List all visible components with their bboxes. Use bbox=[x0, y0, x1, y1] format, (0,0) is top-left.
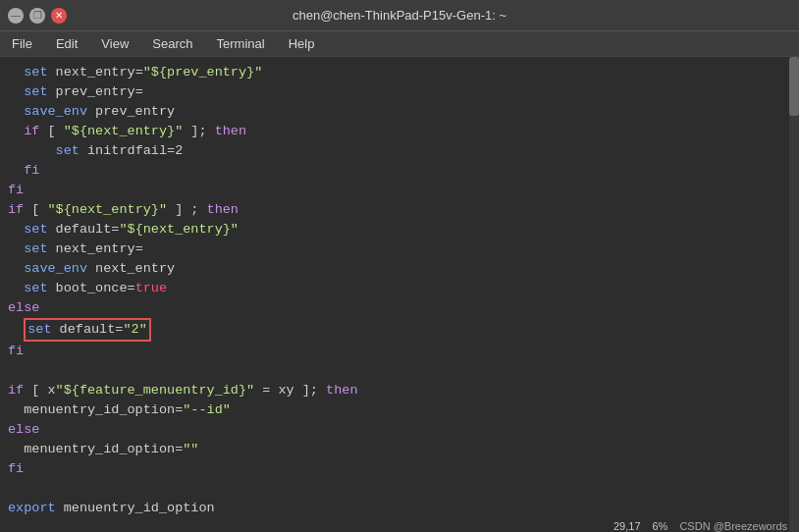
code-line-highlighted: set default="2" bbox=[8, 318, 779, 342]
close-button[interactable]: ✕ bbox=[51, 8, 67, 24]
code-line: else bbox=[8, 298, 779, 318]
menu-file[interactable]: File bbox=[8, 34, 36, 53]
code-line: set boot_once=true bbox=[8, 279, 779, 298]
menu-search[interactable]: Search bbox=[148, 34, 196, 53]
code-line: set initrdfail=2 bbox=[8, 141, 779, 161]
code-line: set default="${next_entry}" bbox=[8, 220, 779, 239]
code-line: if [ "${next_entry}" ]; then bbox=[8, 122, 779, 141]
code-line bbox=[8, 479, 779, 499]
scrollbar-thumb[interactable] bbox=[789, 57, 799, 116]
code-content: set next_entry="${prev_entry}" set prev_… bbox=[8, 63, 791, 518]
titlebar: — ❐ ✕ chen@chen-ThinkPad-P15v-Gen-1: ~ bbox=[0, 0, 799, 31]
minimize-button[interactable]: — bbox=[8, 8, 24, 24]
brand-label: CSDN @Breezewords bbox=[679, 520, 787, 532]
code-line: fi bbox=[8, 161, 779, 181]
maximize-button[interactable]: ❐ bbox=[29, 8, 45, 24]
code-line: set next_entry= bbox=[8, 239, 779, 259]
menu-edit[interactable]: Edit bbox=[52, 34, 81, 53]
menu-view[interactable]: View bbox=[97, 34, 133, 53]
menu-help[interactable]: Help bbox=[285, 34, 319, 53]
code-line: if [ x"${feature_menuentry_id}" = xy ]; … bbox=[8, 381, 779, 400]
code-line: if [ "${next_entry}" ] ; then bbox=[8, 200, 779, 220]
code-line bbox=[8, 361, 779, 381]
terminal-area: set next_entry="${prev_entry}" set prev_… bbox=[0, 57, 799, 532]
code-line: else bbox=[8, 420, 779, 440]
code-line: set prev_entry= bbox=[8, 82, 779, 102]
scrollbar[interactable] bbox=[789, 57, 799, 532]
highlighted-code: set default="2" bbox=[24, 318, 151, 342]
code-line: menuentry_id_option="--id" bbox=[8, 400, 779, 420]
menubar: File Edit View Search Terminal Help bbox=[0, 31, 799, 57]
cursor-position: 29,17 bbox=[613, 520, 641, 532]
code-line: save_env prev_entry bbox=[8, 102, 779, 122]
code-line: set next_entry="${prev_entry}" bbox=[8, 63, 779, 82]
code-line: save_env next_entry bbox=[8, 259, 779, 279]
code-line: export menuentry_id_option bbox=[8, 499, 779, 518]
code-line: fi bbox=[8, 342, 779, 361]
window-title: chen@chen-ThinkPad-P15v-Gen-1: ~ bbox=[67, 8, 732, 23]
code-line: fi bbox=[8, 459, 779, 479]
code-line: menuentry_id_option="" bbox=[8, 440, 779, 459]
code-line: fi bbox=[8, 181, 779, 200]
menu-terminal[interactable]: Terminal bbox=[213, 34, 269, 53]
statusbar: 29,17 6% CSDN @Breezewords bbox=[613, 520, 787, 532]
scroll-percent: 6% bbox=[653, 520, 668, 532]
